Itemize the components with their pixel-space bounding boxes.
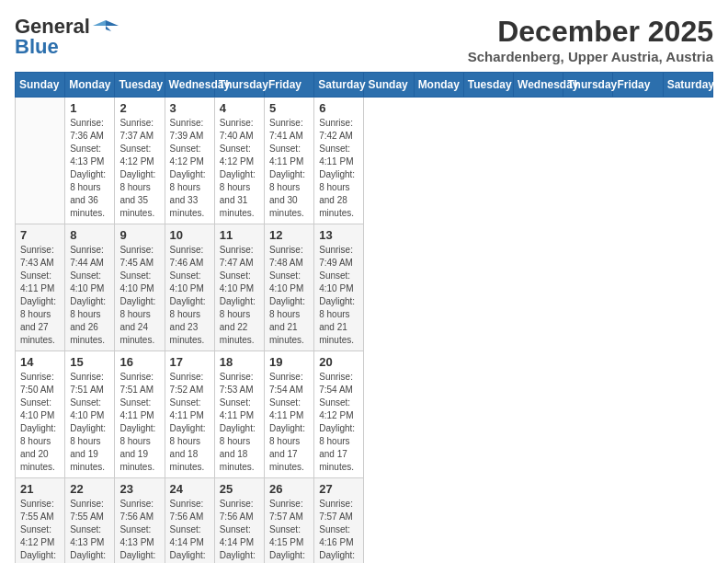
calendar-cell: 13 Sunrise: 7:49 AM Sunset: 4:10 PM Dayl… <box>314 224 364 351</box>
sunset-text: Sunset: 4:11 PM <box>20 270 54 293</box>
calendar-cell: 9 Sunrise: 7:45 AM Sunset: 4:10 PM Dayli… <box>115 224 165 351</box>
daylight-text: Daylight: 8 hours and 30 minutes. <box>269 169 305 218</box>
sunrise-text: Sunrise: 7:46 AM <box>170 245 204 268</box>
calendar-cell <box>16 98 65 224</box>
sunrise-text: Sunrise: 7:57 AM <box>269 499 303 522</box>
month-title: December 2025 <box>468 15 713 49</box>
sunrise-text: Sunrise: 7:55 AM <box>70 499 104 522</box>
day-number: 17 <box>170 355 210 369</box>
sunset-text: Sunset: 4:15 PM <box>269 524 303 547</box>
daylight-text: Daylight: 8 hours and 35 minutes. <box>119 169 155 218</box>
daylight-text: Daylight: 8 hours and 17 minutes. <box>170 550 206 563</box>
sunset-text: Sunset: 4:11 PM <box>269 144 303 167</box>
calendar-cell: 2 Sunrise: 7:37 AM Sunset: 4:12 PM Dayli… <box>115 98 165 224</box>
cell-info: Sunrise: 7:49 AM Sunset: 4:10 PM Dayligh… <box>319 244 358 347</box>
sunset-text: Sunset: 4:10 PM <box>269 270 303 293</box>
sunset-text: Sunset: 4:13 PM <box>70 144 104 167</box>
cell-info: Sunrise: 7:56 AM Sunset: 4:13 PM Dayligh… <box>119 498 159 563</box>
daylight-text: Daylight: 8 hours and 18 minutes. <box>269 550 305 563</box>
calendar-cell: 10 Sunrise: 7:46 AM Sunset: 4:10 PM Dayl… <box>165 224 214 351</box>
sunset-text: Sunset: 4:12 PM <box>170 144 204 167</box>
cell-info: Sunrise: 7:56 AM Sunset: 4:14 PM Dayligh… <box>220 498 259 563</box>
day-number: 5 <box>269 101 309 115</box>
cell-info: Sunrise: 7:54 AM Sunset: 4:11 PM Dayligh… <box>269 371 309 474</box>
day-number: 19 <box>269 355 309 369</box>
cell-info: Sunrise: 7:47 AM Sunset: 4:10 PM Dayligh… <box>220 244 259 347</box>
sunset-text: Sunset: 4:14 PM <box>220 524 254 547</box>
sunset-text: Sunset: 4:11 PM <box>119 397 154 420</box>
sunrise-text: Sunrise: 7:57 AM <box>319 499 353 522</box>
sunrise-text: Sunrise: 7:54 AM <box>269 372 303 395</box>
sunset-text: Sunset: 4:12 PM <box>20 524 54 547</box>
col-header-thursday: Thursday <box>563 73 613 98</box>
day-number: 24 <box>170 482 210 496</box>
day-number: 10 <box>170 228 210 242</box>
sunrise-text: Sunrise: 7:37 AM <box>119 118 154 141</box>
logo-blue: Blue <box>15 35 59 59</box>
day-number: 16 <box>119 355 159 369</box>
daylight-text: Daylight: 8 hours and 33 minutes. <box>170 169 206 218</box>
col-header-saturday: Saturday <box>663 73 712 98</box>
page-header: General Blue December 2025 Schardenberg,… <box>15 15 713 64</box>
day-number: 25 <box>220 482 259 496</box>
calendar-cell: 11 Sunrise: 7:47 AM Sunset: 4:10 PM Dayl… <box>214 224 264 351</box>
daylight-text: Daylight: 8 hours and 21 minutes. <box>269 296 305 345</box>
daylight-text: Daylight: 8 hours and 17 minutes. <box>269 423 305 472</box>
sunrise-text: Sunrise: 7:43 AM <box>20 245 54 268</box>
daylight-text: Daylight: 8 hours and 21 minutes. <box>319 296 355 345</box>
logo-bird-icon <box>93 17 119 37</box>
sunrise-text: Sunrise: 7:44 AM <box>70 245 104 268</box>
sunrise-text: Sunrise: 7:56 AM <box>220 499 254 522</box>
calendar-cell: 12 Sunrise: 7:48 AM Sunset: 4:10 PM Dayl… <box>265 224 314 351</box>
col-header-wednesday: Wednesday <box>514 73 563 98</box>
cell-info: Sunrise: 7:40 AM Sunset: 4:12 PM Dayligh… <box>220 117 259 220</box>
calendar-cell: 8 Sunrise: 7:44 AM Sunset: 4:10 PM Dayli… <box>65 224 115 351</box>
col-header-thursday: Thursday <box>214 73 264 98</box>
cell-info: Sunrise: 7:50 AM Sunset: 4:10 PM Dayligh… <box>20 371 60 474</box>
day-number: 15 <box>70 355 109 369</box>
cell-info: Sunrise: 7:36 AM Sunset: 4:13 PM Dayligh… <box>70 117 109 220</box>
sunset-text: Sunset: 4:13 PM <box>70 524 104 547</box>
daylight-text: Daylight: 8 hours and 27 minutes. <box>20 296 56 345</box>
calendar-header-row: SundayMondayTuesdayWednesdayThursdayFrid… <box>16 73 713 98</box>
day-number: 4 <box>220 101 259 115</box>
daylight-text: Daylight: 8 hours and 22 minutes. <box>220 296 256 345</box>
col-header-monday: Monday <box>65 73 115 98</box>
col-header-tuesday: Tuesday <box>463 73 513 98</box>
daylight-text: Daylight: 8 hours and 23 minutes. <box>170 296 206 345</box>
day-number: 23 <box>119 482 159 496</box>
col-header-sunday: Sunday <box>16 73 65 98</box>
cell-info: Sunrise: 7:37 AM Sunset: 4:12 PM Dayligh… <box>119 117 159 220</box>
cell-info: Sunrise: 7:39 AM Sunset: 4:12 PM Dayligh… <box>170 117 210 220</box>
calendar-cell: 21 Sunrise: 7:55 AM Sunset: 4:12 PM Dayl… <box>16 478 65 564</box>
day-number: 20 <box>319 355 358 369</box>
day-number: 1 <box>70 101 109 115</box>
calendar-cell: 4 Sunrise: 7:40 AM Sunset: 4:12 PM Dayli… <box>214 98 264 224</box>
daylight-text: Daylight: 8 hours and 19 minutes. <box>119 423 155 472</box>
day-number: 14 <box>20 355 60 369</box>
day-number: 11 <box>220 228 259 242</box>
cell-info: Sunrise: 7:41 AM Sunset: 4:11 PM Dayligh… <box>269 117 309 220</box>
sunset-text: Sunset: 4:10 PM <box>319 270 353 293</box>
sunrise-text: Sunrise: 7:47 AM <box>220 245 254 268</box>
day-number: 22 <box>70 482 109 496</box>
calendar-cell: 5 Sunrise: 7:41 AM Sunset: 4:11 PM Dayli… <box>265 98 314 224</box>
cell-info: Sunrise: 7:51 AM Sunset: 4:10 PM Dayligh… <box>70 371 109 474</box>
sunrise-text: Sunrise: 7:53 AM <box>220 372 254 395</box>
sunset-text: Sunset: 4:12 PM <box>319 397 353 420</box>
sunrise-text: Sunrise: 7:48 AM <box>269 245 303 268</box>
calendar-cell: 22 Sunrise: 7:55 AM Sunset: 4:13 PM Dayl… <box>65 478 115 564</box>
col-header-wednesday: Wednesday <box>165 73 214 98</box>
daylight-text: Daylight: 8 hours and 18 minutes. <box>220 423 256 472</box>
sunset-text: Sunset: 4:11 PM <box>269 397 303 420</box>
day-number: 9 <box>119 228 159 242</box>
sunset-text: Sunset: 4:12 PM <box>119 144 154 167</box>
cell-info: Sunrise: 7:54 AM Sunset: 4:12 PM Dayligh… <box>319 371 358 474</box>
title-section: December 2025 Schardenberg, Upper Austri… <box>468 15 713 64</box>
cell-info: Sunrise: 7:57 AM Sunset: 4:15 PM Dayligh… <box>269 498 309 563</box>
sunrise-text: Sunrise: 7:52 AM <box>170 372 204 395</box>
sunrise-text: Sunrise: 7:40 AM <box>220 118 254 141</box>
sunrise-text: Sunrise: 7:45 AM <box>119 245 154 268</box>
daylight-text: Daylight: 8 hours and 17 minutes. <box>119 550 155 563</box>
calendar-cell: 3 Sunrise: 7:39 AM Sunset: 4:12 PM Dayli… <box>165 98 214 224</box>
